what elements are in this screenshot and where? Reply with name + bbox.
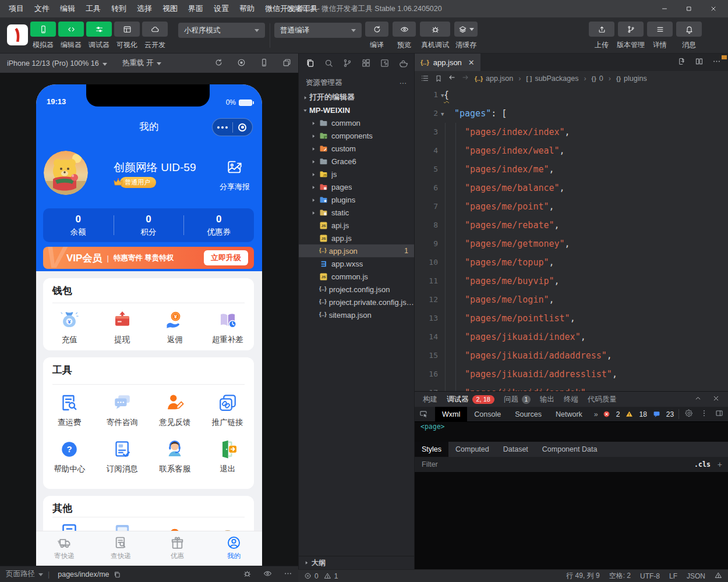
nav-forward-button[interactable] [461, 73, 469, 83]
styles-tab-Styles[interactable]: Styles [415, 442, 448, 457]
close-button[interactable] [701, 0, 726, 17]
devtools-dock-button[interactable] [715, 409, 723, 419]
device-select[interactable]: iPhone 12/13 (Pro) 100% 16 [7, 59, 107, 68]
grid-item-查运费[interactable]: 查运费 [43, 392, 96, 428]
stat-item-1[interactable]: 0积分 [114, 208, 184, 242]
activity-snippets-button[interactable] [380, 58, 390, 70]
activity-search-button[interactable] [324, 58, 334, 70]
page-path-select[interactable]: 页面路径 [6, 569, 43, 579]
grid-item-帮助中心[interactable]: ?帮助中心 [43, 439, 96, 474]
toolbar-upload-button[interactable]: 上传 [587, 22, 616, 50]
tree-item-common[interactable]: common [299, 116, 414, 129]
minimize-button[interactable] [652, 0, 677, 17]
debugger-tab-输出[interactable]: 输出 [540, 395, 554, 404]
hot-reload-toggle[interactable]: 热重载 开 [122, 58, 161, 68]
grid-item-超重补差[interactable]: 超重补差 [202, 310, 255, 345]
editor-split-button[interactable] [695, 57, 704, 68]
activity-teapot-button[interactable] [398, 58, 408, 70]
tree-item-custom[interactable]: custom [299, 142, 414, 155]
problems-status[interactable]: 0 1 [304, 572, 338, 580]
debugger-tab-代码质量[interactable]: 代码质量 [588, 395, 617, 404]
breadcrumb-segment-1[interactable]: [ ]subPackages [526, 74, 578, 83]
toolbar-sliders-button[interactable]: 调试器 [85, 22, 113, 50]
toolbar-layout-button[interactable]: 可视化 [113, 22, 141, 50]
toolbar-eye-button[interactable]: 预览 [391, 22, 417, 50]
grid-item-推广链接[interactable]: 推广链接 [202, 392, 255, 428]
grid-item-提现[interactable]: 提现 [96, 310, 149, 345]
grid-item-返佣[interactable]: ¥返佣 [149, 310, 202, 345]
grid-item-partial-blob[interactable] [202, 521, 255, 531]
menu-item-3[interactable]: 工具 [80, 0, 106, 17]
sim-stop-button[interactable] [237, 58, 246, 69]
tree-item-Grace6[interactable]: Grace6 [299, 155, 414, 168]
tree-item-project.config.json[interactable]: {..}project.config.json [299, 283, 414, 296]
tree-item-app.wxss[interactable]: app.wxss [299, 257, 414, 270]
grid-item-联系客服[interactable]: 联系客服 [149, 439, 202, 474]
devtools-tab-Wxml[interactable]: Wxml [435, 407, 467, 421]
footer-bug-button[interactable] [243, 569, 252, 580]
debugger-tab-调试器[interactable]: 调试器2, 18 [447, 395, 494, 404]
footer-eye-button[interactable] [263, 569, 272, 580]
toolbar-menu-button[interactable]: 详情 [645, 22, 674, 50]
menu-item-2[interactable]: 编辑 [55, 0, 80, 17]
stat-item-2[interactable]: 0优惠券 [183, 208, 254, 242]
status-item-2[interactable]: UTF-8 [640, 572, 660, 580]
inspect-element-icon[interactable] [419, 410, 428, 418]
menu-item-7[interactable]: 界面 [183, 0, 208, 17]
share-poster-button[interactable]: 分享海报 [215, 158, 254, 192]
toolbar-phone-button[interactable]: 模拟器 [29, 22, 57, 50]
more-button[interactable] [213, 126, 232, 129]
menu-item-4[interactable]: 转到 [106, 0, 132, 17]
more-tabs-icon[interactable]: » [589, 410, 603, 418]
footer-ellipsis-button[interactable] [284, 569, 292, 580]
toolbar-code-button[interactable]: 编辑器 [57, 22, 85, 50]
cls-toggle[interactable]: .cls [694, 460, 711, 469]
nav-back-button[interactable] [448, 73, 456, 83]
close-tab-icon[interactable]: ✕ [468, 58, 475, 67]
devtools-gear-button[interactable] [685, 409, 693, 419]
toolbar-cloud-button[interactable]: 云开发 [141, 22, 169, 50]
tree-item-components[interactable]: components [299, 129, 414, 142]
compile-select[interactable]: 普通编译 [274, 23, 362, 38]
status-item-0[interactable]: 行 49, 列 9 [566, 571, 599, 581]
tabbar-truck[interactable]: 寄快递 [36, 531, 93, 566]
devtools-tab-Console[interactable]: Console [467, 407, 508, 421]
toolbar-bug-button[interactable]: 真机调试 [419, 22, 451, 50]
menu-item-1[interactable]: 文件 [29, 0, 55, 17]
menu-item-8[interactable]: 设置 [208, 0, 234, 17]
toolbar-bell-button[interactable]: 消息 [674, 22, 704, 50]
tabbar-user[interactable]: 我的 [206, 531, 262, 566]
tabbar-gift[interactable]: 优惠 [149, 531, 206, 566]
tree-item-api.js[interactable]: JSapi.js [299, 219, 414, 232]
tree-item-plugins[interactable]: plugins [299, 193, 414, 206]
menu-item-9[interactable]: 帮助 [234, 0, 260, 17]
styles-tab-Computed[interactable]: Computed [448, 442, 496, 457]
grid-item-partial-doc[interactable] [43, 521, 96, 531]
copy-icon[interactable] [113, 570, 121, 579]
add-style-icon[interactable]: + [718, 460, 722, 469]
styles-tab-Dataset[interactable]: Dataset [496, 442, 535, 457]
tree-item-js[interactable]: JSjs [299, 168, 414, 180]
grid-item-意见反馈[interactable]: 意见反馈 [149, 392, 202, 428]
stat-item-0[interactable]: 0余额 [43, 208, 114, 242]
grid-item-partial-card[interactable] [96, 521, 149, 531]
outline-section[interactable]: 大纲 [299, 556, 414, 569]
tab-app-json[interactable]: {..} app.json ✕ [415, 54, 480, 71]
tree-item-pages[interactable]: pages [299, 180, 414, 193]
status-item-4[interactable]: JSON [687, 572, 705, 580]
menu-item-0[interactable]: 项目 [3, 0, 29, 17]
devtools-kebab-button[interactable] [700, 409, 708, 419]
project-root[interactable]: MP-WEIXIN [299, 104, 414, 116]
activity-files-button[interactable] [305, 58, 315, 70]
open-editors-section[interactable]: 打开的编辑器 [299, 91, 414, 104]
maximize-button[interactable] [677, 0, 701, 17]
tree-item-app.js[interactable]: JSapp.js [299, 232, 414, 244]
sim-windows-button[interactable] [282, 58, 291, 69]
styles-tab-Component Data[interactable]: Component Data [535, 442, 605, 457]
close-miniprogram-button[interactable] [233, 123, 253, 132]
grid-item-充值[interactable]: ¥充值 [43, 310, 96, 345]
tree-item-static[interactable]: static [299, 206, 414, 219]
breadcrumb-segment-0[interactable]: {..}app.json [475, 74, 513, 83]
menu-item-5[interactable]: 选择 [132, 0, 157, 17]
tree-item-sitemap.json[interactable]: {..}sitemap.json [299, 308, 414, 321]
